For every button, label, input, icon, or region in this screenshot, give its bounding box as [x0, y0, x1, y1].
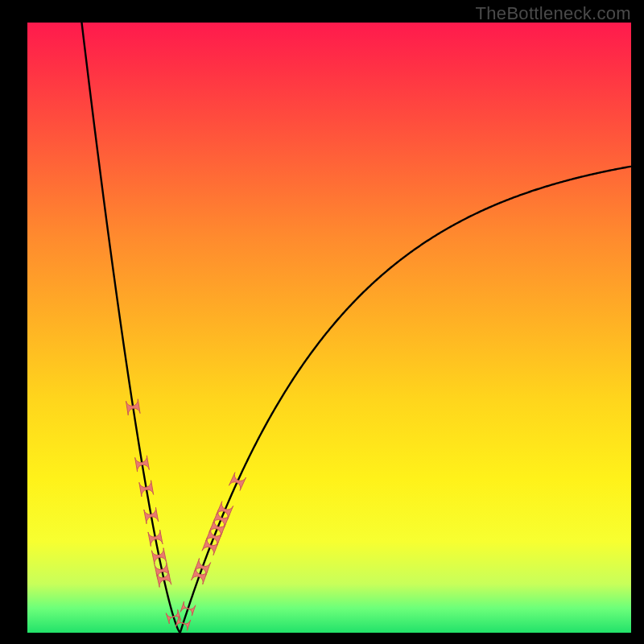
- data-marker: [180, 601, 196, 616]
- data-marker: [148, 530, 163, 547]
- bottleneck-curve: [82, 23, 631, 633]
- chart-frame: TheBottleneck.com: [0, 0, 644, 644]
- data-marker: [144, 507, 159, 523]
- data-marker: [139, 481, 154, 497]
- chart-overlay-svg: [0, 0, 644, 644]
- data-marker: [229, 473, 246, 491]
- data-marker: [151, 548, 166, 565]
